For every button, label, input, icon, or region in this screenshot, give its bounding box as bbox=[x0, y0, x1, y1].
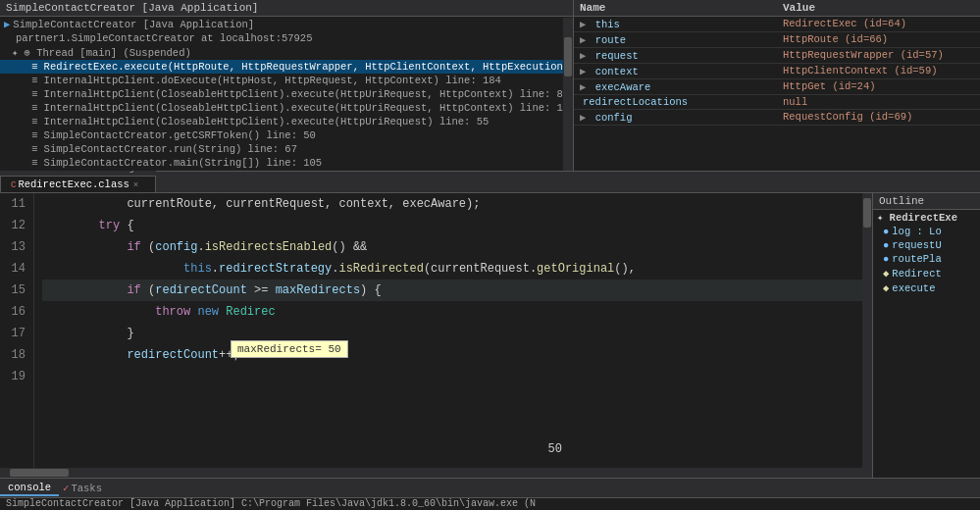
code-line-16: if (redirectCount >= maxRedirects) { bbox=[42, 280, 864, 301]
line-num-12: 12 bbox=[8, 215, 26, 236]
app-icon: ▶ bbox=[4, 19, 10, 30]
code-content: 111213141516171819 currentRoute, current… bbox=[0, 193, 872, 478]
outline-icon-0: ● bbox=[883, 226, 889, 237]
var-value-2: HttpRequestWrapper (id=57) bbox=[777, 48, 980, 63]
line-num-16: 16 bbox=[8, 301, 26, 323]
var-row-0[interactable]: ▶ this RedirectExec (id=64) bbox=[574, 17, 980, 32]
var-expand-1[interactable]: ▶ bbox=[580, 34, 586, 46]
stack-item-9[interactable]: ≡ SimpleContactCreator.getCSRFToken() li… bbox=[0, 128, 573, 142]
var-row-4[interactable]: ▶ execAware HttpGet (id=24) bbox=[574, 79, 980, 95]
outline-icon-2: ● bbox=[883, 253, 889, 265]
stack-item-10[interactable]: ≡ SimpleContactCreator.run(String) line:… bbox=[0, 142, 573, 156]
outline-panel: Outline ✦ RedirectExe●log : Lo●requestU●… bbox=[872, 193, 980, 478]
tasks-tab[interactable]: Tasks bbox=[71, 483, 102, 494]
var-expand-2[interactable]: ▶ bbox=[580, 50, 586, 62]
variable-rows: ▶ this RedirectExec (id=64) ▶ route Http… bbox=[574, 17, 980, 126]
line-num-15: 15 bbox=[8, 280, 26, 301]
editor-tabs: JSimpleContactCrea×JSimpleOrderCreator×J… bbox=[0, 172, 980, 193]
stack-item-8[interactable]: ≡ InternalHttpClient(CloseableHttpClient… bbox=[0, 115, 573, 128]
stack-item-4[interactable]: ≡ RedirectExec.execute(HttpRoute, HttpRe… bbox=[0, 60, 573, 74]
tooltip-box: maxRedirects= 50 bbox=[231, 340, 348, 358]
tab-6[interactable]: CRedirectExec.class× bbox=[0, 176, 156, 192]
tasks-icon: ✓ bbox=[63, 482, 69, 494]
code-area: currentRoute, currentRequest, context, e… bbox=[34, 193, 872, 478]
code-line-17: throw new Redirec bbox=[42, 301, 864, 323]
bottom-panel: console ✓ Tasks SimpleContactCreator [Ja… bbox=[0, 478, 980, 510]
line-num-18: 18 bbox=[8, 344, 26, 366]
tasks-tab-icon-area: ✓ Tasks bbox=[59, 481, 106, 495]
stack-item-7[interactable]: ≡ InternalHttpClient(CloseableHttpClient… bbox=[0, 101, 573, 115]
var-row-2[interactable]: ▶ request HttpRequestWrapper (id=57) bbox=[574, 48, 980, 64]
var-row-5[interactable]: redirectLocations null bbox=[574, 95, 980, 110]
editor-hscrollbar[interactable] bbox=[0, 468, 862, 478]
scrollbar-track[interactable] bbox=[563, 18, 573, 171]
line-num-19: 19 bbox=[8, 366, 26, 387]
bottom-tabs: console ✓ Tasks bbox=[0, 479, 980, 498]
var-expand-4[interactable]: ▶ bbox=[580, 81, 586, 93]
stack-item-2[interactable]: partner1.SimpleContactCreator at localho… bbox=[0, 31, 573, 45]
var-value-1: HttpRoute (id=66) bbox=[777, 32, 980, 47]
outline-icon-4: ◆ bbox=[883, 282, 889, 294]
var-value-3: HttpClientContext (id=59) bbox=[777, 64, 980, 78]
line-numbers: 111213141516171819 bbox=[0, 193, 34, 478]
editor-scrollbar[interactable] bbox=[862, 193, 872, 478]
var-value-6: RequestConfig (id=69) bbox=[777, 110, 980, 125]
outline-section: ✦ RedirectExe bbox=[873, 210, 980, 225]
editor-scroll-thumb[interactable] bbox=[863, 198, 871, 228]
outline-items: ✦ RedirectExe●log : Lo●requestU●routePla… bbox=[873, 210, 980, 295]
var-name-6: ▶ config bbox=[574, 110, 777, 125]
var-name-4: ▶ execAware bbox=[574, 79, 777, 94]
code-line-13: if (config.isRedirectsEnabled() && bbox=[42, 236, 864, 258]
var-expand-3[interactable]: ▶ bbox=[580, 66, 586, 77]
variables-panel: Name Value ▶ this RedirectExec (id=64) ▶… bbox=[574, 0, 980, 171]
var-name-1: ▶ route bbox=[574, 32, 777, 47]
stack-header: SimpleContactCreator [Java Application] bbox=[0, 0, 573, 17]
var-value-5: null bbox=[777, 95, 980, 109]
var-name-2: ▶ request bbox=[574, 48, 777, 63]
line-num-14: 14 bbox=[8, 258, 26, 280]
var-name-3: ▶ context bbox=[574, 64, 777, 78]
stack-item-6[interactable]: ≡ InternalHttpClient(CloseableHttpClient… bbox=[0, 87, 573, 101]
editor-main: 111213141516171819 currentRoute, current… bbox=[0, 193, 872, 478]
stack-item-5[interactable]: ≡ InternalHttpClient.doExecute(HttpHost,… bbox=[0, 74, 573, 87]
code-line-14: this.redirectStrategy.isRedirected(curre… bbox=[42, 258, 864, 280]
outline-item-3[interactable]: ◆Redirect bbox=[873, 266, 980, 280]
outline-item-2[interactable]: ●routePla bbox=[873, 252, 980, 266]
var-value-0: RedirectExec (id=64) bbox=[777, 17, 980, 31]
code-line-19: redirectCount++; bbox=[42, 344, 864, 366]
value-column-header: Value bbox=[777, 0, 980, 16]
tab-icon-6: C bbox=[11, 180, 16, 190]
var-row-3[interactable]: ▶ context HttpClientContext (id=59) bbox=[574, 64, 980, 79]
var-expand-6[interactable]: ▶ bbox=[580, 112, 586, 124]
stack-item-3[interactable]: ✦ ⊕ Thread [main] (Suspended) bbox=[0, 45, 573, 60]
outline-item-0[interactable]: ●log : Lo bbox=[873, 225, 980, 238]
top-panel: SimpleContactCreator [Java Application] … bbox=[0, 0, 980, 172]
var-row-6[interactable]: ▶ config RequestConfig (id=69) bbox=[574, 110, 980, 126]
editor-area: 111213141516171819 currentRoute, current… bbox=[0, 193, 980, 478]
var-row-1[interactable]: ▶ route HttpRoute (id=66) bbox=[574, 32, 980, 48]
var-name-5: redirectLocations bbox=[574, 95, 777, 109]
stack-item-11[interactable]: ≡ SimpleContactCreator.main(String[]) li… bbox=[0, 156, 573, 170]
outline-item-1[interactable]: ●requestU bbox=[873, 238, 980, 252]
tab-close-6[interactable]: × bbox=[133, 180, 138, 190]
console-tab[interactable]: console bbox=[0, 481, 59, 496]
scrollbar-thumb[interactable] bbox=[564, 37, 572, 76]
name-column-header: Name bbox=[574, 0, 777, 16]
console-title: SimpleContactCreator [Java Application] … bbox=[0, 498, 980, 509]
stack-items: ▶SimpleContactCreator [Java Application]… bbox=[0, 17, 573, 170]
stack-item-1[interactable]: ▶SimpleContactCreator [Java Application] bbox=[0, 17, 573, 31]
outline-header: Outline bbox=[873, 193, 980, 210]
line-num-11: 11 bbox=[8, 193, 26, 215]
outline-item-4[interactable]: ◆execute bbox=[873, 280, 980, 295]
var-table-header: Name Value bbox=[574, 0, 980, 17]
outline-icon-3: ◆ bbox=[883, 268, 889, 280]
var-expand-0[interactable]: ▶ bbox=[580, 19, 586, 30]
code-line-18: } bbox=[42, 323, 864, 344]
outline-icon-1: ● bbox=[883, 239, 889, 251]
code-lines: currentRoute, currentRequest, context, e… bbox=[34, 193, 872, 366]
line-indicator: 50 bbox=[544, 440, 566, 458]
editor-hscroll-thumb[interactable] bbox=[10, 469, 69, 477]
var-name-0: ▶ this bbox=[574, 17, 777, 31]
var-value-4: HttpGet (id=24) bbox=[777, 79, 980, 94]
code-line-12: try { bbox=[42, 215, 864, 236]
